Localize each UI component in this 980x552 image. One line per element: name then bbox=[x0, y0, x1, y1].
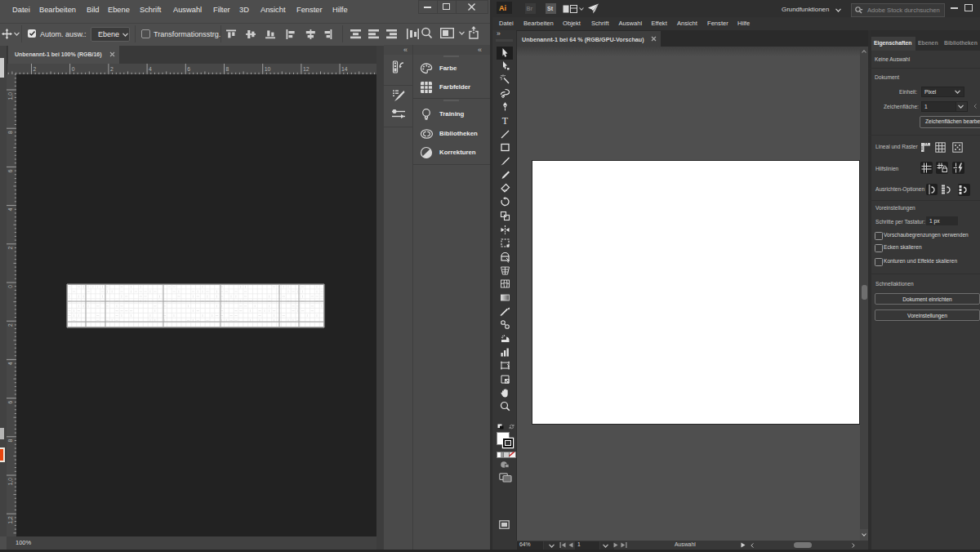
svg-text:14: 14 bbox=[341, 66, 348, 72]
svg-text:1,0: 1,0 bbox=[7, 478, 13, 486]
svg-text:T: T bbox=[501, 115, 508, 127]
svg-text:4: 4 bbox=[7, 207, 13, 211]
svg-text:4: 4 bbox=[149, 66, 152, 72]
svg-text:0: 0 bbox=[72, 66, 75, 72]
svg-text:6: 6 bbox=[7, 400, 13, 403]
svg-text:8: 8 bbox=[226, 66, 229, 72]
svg-text:10: 10 bbox=[265, 66, 271, 72]
svg-text:6: 6 bbox=[187, 66, 190, 72]
svg-text:1,0: 1,0 bbox=[7, 92, 13, 100]
svg-text:12: 12 bbox=[303, 66, 310, 72]
svg-text:2: 2 bbox=[110, 66, 114, 72]
svg-text:8: 8 bbox=[7, 131, 13, 134]
svg-text:2: 2 bbox=[33, 66, 37, 72]
svg-text:1,2: 1,2 bbox=[7, 516, 13, 524]
svg-text:2: 2 bbox=[7, 323, 13, 327]
svg-text:4: 4 bbox=[7, 362, 13, 365]
svg-text:6: 6 bbox=[7, 169, 13, 172]
svg-text:2: 2 bbox=[7, 247, 13, 250]
svg-text:0: 0 bbox=[7, 285, 13, 288]
svg-text:8: 8 bbox=[7, 439, 13, 443]
